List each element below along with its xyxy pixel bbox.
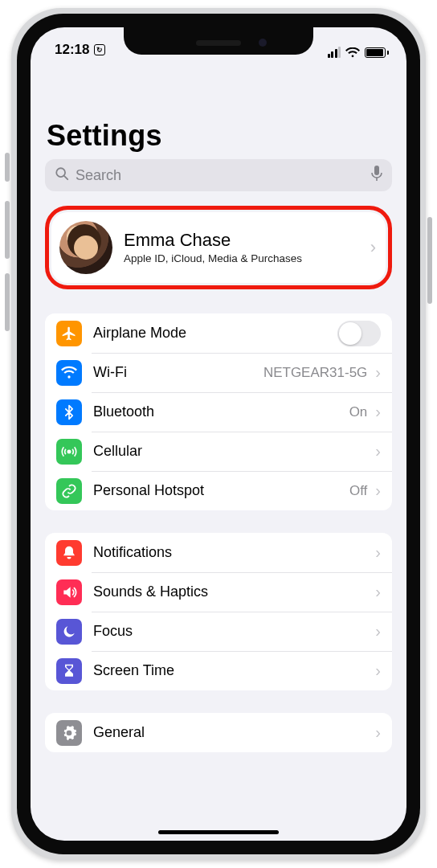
row-focus[interactable]: Focus › bbox=[45, 612, 392, 651]
cellular-signal-icon bbox=[328, 47, 341, 58]
row-label: Personal Hotspot bbox=[93, 482, 349, 499]
home-indicator[interactable] bbox=[158, 830, 279, 834]
bell-icon bbox=[56, 540, 82, 566]
chevron-right-icon: › bbox=[370, 363, 381, 382]
wifi-icon bbox=[345, 47, 360, 58]
gear-icon bbox=[56, 720, 82, 746]
chevron-right-icon: › bbox=[370, 543, 381, 562]
airplane-icon bbox=[56, 321, 82, 346]
row-label: Focus bbox=[93, 623, 370, 640]
row-general[interactable]: General › bbox=[45, 713, 392, 752]
svg-point-4 bbox=[67, 450, 70, 452]
chevron-right-icon: › bbox=[370, 403, 381, 421]
highlight-annotation: Emma Chase Apple ID, iCloud, Media & Pur… bbox=[45, 206, 392, 289]
row-notifications[interactable]: Notifications › bbox=[45, 533, 392, 572]
device-notch bbox=[124, 27, 313, 55]
row-cellular[interactable]: Cellular › bbox=[45, 432, 392, 471]
profile-subtitle: Apple ID, iCloud, Media & Purchases bbox=[124, 252, 366, 264]
moon-icon bbox=[56, 619, 82, 645]
chevron-right-icon: › bbox=[370, 622, 381, 641]
airplane-toggle[interactable] bbox=[337, 321, 381, 346]
row-bluetooth[interactable]: Bluetooth On › bbox=[45, 392, 392, 432]
svg-line-1 bbox=[64, 176, 67, 179]
chevron-right-icon: › bbox=[370, 442, 381, 461]
apple-id-row[interactable]: Emma Chase Apple ID, iCloud, Media & Pur… bbox=[51, 212, 386, 283]
bluetooth-icon bbox=[56, 399, 82, 425]
row-value: On bbox=[349, 404, 368, 420]
chevron-right-icon: › bbox=[370, 661, 381, 680]
row-sounds-haptics[interactable]: Sounds & Haptics › bbox=[45, 572, 392, 612]
row-label: Screen Time bbox=[93, 662, 370, 679]
cellular-icon bbox=[56, 439, 82, 465]
wifi-settings-icon bbox=[56, 360, 82, 386]
profile-name: Emma Chase bbox=[124, 231, 366, 250]
status-time: 12:18 bbox=[55, 42, 89, 58]
chevron-right-icon: › bbox=[370, 723, 381, 742]
row-airplane-mode[interactable]: Airplane Mode bbox=[45, 313, 392, 353]
chevron-right-icon: › bbox=[370, 583, 381, 601]
orientation-lock-icon: ↻ bbox=[94, 44, 105, 55]
page-title: Settings bbox=[45, 63, 392, 159]
row-wifi[interactable]: Wi-Fi NETGEAR31-5G › bbox=[45, 353, 392, 392]
search-placeholder: Search bbox=[76, 167, 365, 184]
mic-icon[interactable] bbox=[371, 166, 382, 185]
row-label: Bluetooth bbox=[93, 403, 349, 420]
row-label: Sounds & Haptics bbox=[93, 583, 370, 600]
row-label: Wi-Fi bbox=[93, 364, 263, 381]
svg-rect-2 bbox=[374, 166, 379, 175]
row-label: Notifications bbox=[93, 544, 370, 561]
battery-icon bbox=[365, 47, 389, 58]
row-label: General bbox=[93, 724, 370, 741]
settings-group-general: General › bbox=[45, 713, 392, 752]
row-value: Off bbox=[349, 483, 367, 499]
svg-point-0 bbox=[56, 168, 65, 177]
speaker-icon bbox=[56, 579, 82, 605]
hourglass-icon bbox=[56, 658, 82, 684]
row-personal-hotspot[interactable]: Personal Hotspot Off › bbox=[45, 471, 392, 510]
settings-group-alerts: Notifications › Sounds & Haptics › Focus… bbox=[45, 533, 392, 690]
row-label: Airplane Mode bbox=[93, 325, 337, 342]
row-value: NETGEAR31-5G bbox=[263, 365, 367, 381]
chevron-right-icon: › bbox=[366, 237, 376, 258]
avatar bbox=[59, 221, 112, 274]
link-icon bbox=[56, 478, 82, 504]
row-screen-time[interactable]: Screen Time › bbox=[45, 651, 392, 690]
row-label: Cellular bbox=[93, 443, 370, 460]
settings-group-connectivity: Airplane Mode Wi-Fi NETGEAR31-5G › Bluet… bbox=[45, 313, 392, 510]
search-icon bbox=[55, 166, 69, 184]
search-input[interactable]: Search bbox=[45, 159, 392, 191]
chevron-right-icon: › bbox=[370, 481, 381, 500]
